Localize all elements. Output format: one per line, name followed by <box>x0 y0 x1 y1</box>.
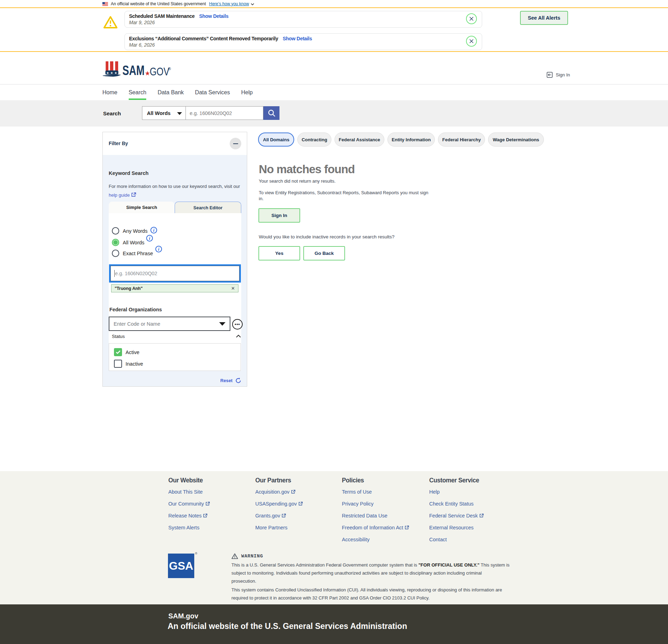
svg-text:SAM: SAM <box>122 62 144 78</box>
svg-text:GOV: GOV <box>150 65 169 77</box>
svg-text:★: ★ <box>110 71 113 75</box>
svg-text:★: ★ <box>114 71 117 75</box>
svg-text:★: ★ <box>106 71 109 75</box>
svg-text:®: ® <box>168 67 171 71</box>
